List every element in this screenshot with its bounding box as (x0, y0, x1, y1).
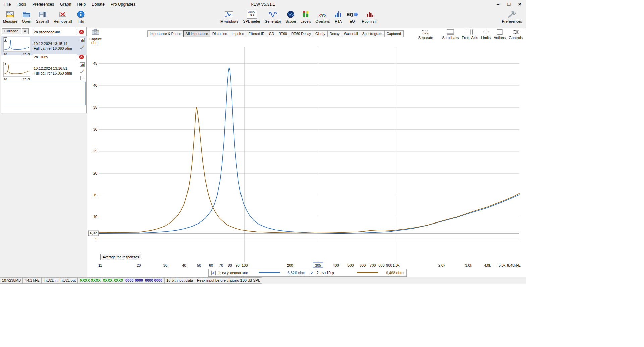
collapse-button[interactable]: Collapse (2, 28, 21, 34)
controls-button[interactable]: Controls (508, 28, 524, 40)
legend-value-1: 6,320 ohm (282, 271, 305, 275)
spl-meter-button[interactable]: dB SPL83 SPL meter (242, 9, 261, 24)
measurement-2-name-input[interactable] (33, 54, 77, 60)
wrench-icon (507, 10, 516, 19)
legend-checkbox-1[interactable]: ✓ (211, 271, 216, 275)
menu-tools[interactable]: Tools (14, 0, 29, 9)
status-io-format: Int32L in, Int32L out (42, 277, 78, 284)
tab-impulse[interactable]: Impulse (229, 30, 246, 37)
svg-text:90: 90 (235, 263, 239, 267)
sine-wave-icon (269, 10, 277, 19)
measurement-2-delete-button[interactable]: × (79, 55, 84, 59)
legend-line-sample-1 (259, 272, 280, 273)
freq-axis-button[interactable]: Freq. Axis (461, 28, 479, 40)
separate-button[interactable]: Separate (417, 28, 434, 40)
close-button[interactable]: × (514, 0, 525, 9)
measurement-1-delete-button[interactable]: × (79, 30, 84, 34)
open-button[interactable]: Open (21, 9, 32, 24)
measurement-2-trace-icon[interactable] (80, 69, 85, 73)
actions-button[interactable]: Actions (493, 28, 507, 40)
measurement-item-1[interactable]: 1 20 20,0k 10.12.2024 13:15:14 Full cal,… (1, 36, 87, 55)
legend-item-1: ✓ 1: сч углеволокно 6,320 ohm (211, 271, 305, 275)
tab-filtered-ir[interactable]: Filtered IR (246, 30, 267, 37)
freq-axis-icon (466, 29, 474, 35)
ir-windows-button[interactable]: IR windows (219, 9, 239, 24)
capture-button[interactable]: Capture (89, 29, 103, 41)
tab-all-impedance[interactable]: All Impedance (183, 30, 211, 37)
maximize-button[interactable]: □ (503, 0, 514, 9)
measurement-1-trace-icon[interactable] (80, 45, 85, 49)
svg-text:4,0k: 4,0k (484, 263, 491, 267)
minimize-button[interactable]: – (493, 0, 503, 9)
measurement-1-name-input[interactable] (33, 29, 77, 35)
svg-text:15: 15 (93, 193, 97, 197)
measurement-notes-area[interactable] (3, 82, 86, 105)
svg-text:6,32: 6,32 (90, 231, 97, 235)
preferences-button[interactable]: Preferences (501, 9, 523, 24)
toolbar-center-group: IR windows dB SPL83 SPL meter Generator … (219, 9, 379, 24)
menu-graph[interactable]: Graph (57, 0, 74, 9)
limits-icon (483, 29, 489, 35)
room-sim-button[interactable]: Room sim (361, 9, 380, 24)
generator-button[interactable]: Generator (264, 9, 282, 24)
rta-button[interactable]: RTA (333, 9, 343, 24)
measurement-1-number-badge: 1 (4, 37, 7, 42)
tab-captured[interactable]: Captured (384, 30, 404, 37)
info-button[interactable]: Info (76, 9, 86, 24)
menu-pro-upgrades[interactable]: Pro Upgrades (108, 0, 139, 9)
menu-donate[interactable]: Donate (89, 0, 108, 9)
save-all-button[interactable]: Save all (35, 9, 50, 24)
titlebar: REW V5.31.1 File Tools Preferences Graph… (0, 0, 526, 9)
tab-rt60-decay[interactable]: RT60 Decay (289, 30, 313, 37)
measurement-item-2[interactable]: 2 20 20,0k 10.12.2024 13:16:51 Full cal,… (1, 61, 87, 82)
chart-legend: ✓ 1: сч углеволокно 6,320 ohm ✓ 2: сч+10… (208, 269, 407, 277)
tab-waterfall[interactable]: Waterfall (342, 30, 360, 37)
window-controls: – □ × (493, 0, 525, 9)
measurement-2-notes-icon[interactable] (80, 76, 85, 80)
scope-button[interactable]: Scope (284, 9, 297, 24)
tab-gd[interactable]: GD (267, 30, 277, 37)
measurement-2-chart-icon[interactable] (80, 62, 85, 67)
graph-tabbar: Impedance & Phase All Impedance Distorti… (148, 30, 404, 37)
legend-value-2: 6,468 ohm (381, 271, 404, 275)
impedance-chart[interactable]: 5101520253035404511203040506070809010020… (87, 43, 523, 270)
toolbar-left-group: Measure Open Save all Remove all Info (2, 9, 86, 24)
measurement-2-number-badge: 2 (4, 62, 7, 66)
measurement-1-chart-icon[interactable] (80, 38, 85, 42)
legend-label-1: 1: сч углеволокно (218, 271, 256, 275)
tab-decay[interactable]: Decay (327, 30, 342, 37)
remove-all-button[interactable]: Remove all (53, 9, 73, 24)
svg-text:6,48kHz: 6,48kHz (507, 263, 521, 267)
levels-button[interactable]: Levels (300, 9, 312, 24)
tab-clarity[interactable]: Clarity (313, 30, 328, 37)
menu-help[interactable]: Help (74, 0, 89, 9)
tab-impedance-phase[interactable]: Impedance & Phase (147, 30, 184, 37)
average-responses-button[interactable]: Average the responses (100, 254, 141, 260)
room-sim-icon (366, 10, 374, 19)
tab-rt60[interactable]: RT60 (276, 30, 289, 37)
eq-button[interactable]: EQ EQ (346, 9, 359, 24)
svg-text:305: 305 (315, 263, 321, 267)
svg-text:1,0k: 1,0k (393, 263, 400, 267)
legend-label-2: 2: сч+10гр (317, 271, 355, 275)
tab-distortion[interactable]: Distortion (210, 30, 229, 37)
tab-spectrogram[interactable]: Spectrogram (360, 30, 385, 37)
collapse-arrows-button[interactable]: « (22, 28, 29, 34)
measurement-2-thumbnail[interactable] (3, 62, 30, 77)
measure-button[interactable]: Measure (2, 9, 18, 24)
menu-file[interactable]: File (1, 0, 14, 9)
actions-icon (496, 29, 503, 35)
graph-toolbar: Separate Scrollbars Freq. Axis Limits Ac… (417, 28, 524, 40)
status-peak-input: Peak input before clipping 100 dB SPL (195, 277, 262, 284)
svg-text:900: 900 (386, 263, 392, 267)
measurement-1-thumbnail[interactable] (3, 37, 30, 52)
overlays-icon (318, 10, 327, 19)
overlays-button[interactable]: Overlays (314, 9, 331, 24)
legend-checkbox-2[interactable]: ✓ (310, 271, 314, 275)
limits-button[interactable]: Limits (480, 28, 492, 40)
menu-preferences[interactable]: Preferences (29, 0, 57, 9)
scrollbars-button[interactable]: Scrollbars (441, 28, 460, 40)
separate-icon (422, 29, 430, 35)
main-toolbar: Measure Open Save all Remove all Info (0, 9, 526, 28)
level-meter-icon (302, 10, 310, 19)
